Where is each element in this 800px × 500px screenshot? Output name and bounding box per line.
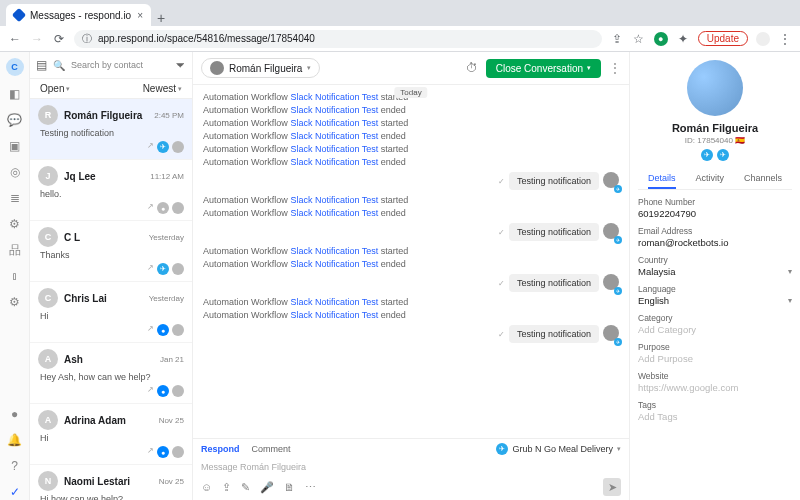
expand-icon[interactable]: ↗ <box>147 202 154 214</box>
category-input[interactable]: Add Category <box>638 324 792 335</box>
compose-tab-respond[interactable]: Respond <box>201 444 240 454</box>
tags-input[interactable]: Add Tags <box>638 411 792 422</box>
conversation-item[interactable]: NNaomi LestariNov 25Hi how can we help?↗… <box>30 465 192 500</box>
email-value[interactable]: roman@rocketbots.io <box>638 237 792 248</box>
messages-icon[interactable]: 💬 <box>7 112 23 128</box>
conversation-item[interactable]: AAshJan 21Hey Ash, how can we help?↗● <box>30 343 192 404</box>
extension-icon[interactable]: ● <box>654 32 668 46</box>
back-icon[interactable]: ← <box>8 32 22 46</box>
message-bubble: Testing notification <box>509 223 599 241</box>
sort-newest[interactable]: Newest▾ <box>143 83 182 94</box>
more-compose-icon[interactable]: ⋯ <box>305 481 316 494</box>
phone-value[interactable]: 60192204790 <box>638 208 792 219</box>
avatar: A <box>38 410 58 430</box>
org-icon[interactable]: 品 <box>7 242 23 258</box>
close-tab-icon[interactable]: × <box>137 10 143 21</box>
snooze-icon[interactable]: ⏱ <box>466 61 478 75</box>
broadcast-icon[interactable]: ◎ <box>7 164 23 180</box>
close-conversation-button[interactable]: Close Conversation▾ <box>486 59 601 78</box>
emoji-icon[interactable]: ☺ <box>201 481 212 493</box>
new-tab-button[interactable]: + <box>151 10 171 26</box>
system-message: Automation Workflow Slack Notification T… <box>203 131 619 141</box>
system-message: Automation Workflow Slack Notification T… <box>203 118 619 128</box>
reports-icon[interactable]: ⫾ <box>7 268 23 284</box>
channel-icon: ● <box>157 385 169 397</box>
system-message: Automation Workflow Slack Notification T… <box>203 105 619 115</box>
conv-time: Yesterday <box>149 233 184 242</box>
profile-avatar[interactable] <box>756 32 770 46</box>
notifications-icon[interactable]: 🔔 <box>7 432 23 448</box>
conv-time: 11:12 AM <box>150 172 184 181</box>
tab-channels[interactable]: Channels <box>744 169 782 189</box>
help-icon[interactable]: ? <box>7 458 23 474</box>
telegram-icon: ✈ <box>496 443 508 455</box>
contact-selector[interactable]: Román Filgueira ▾ <box>201 58 320 78</box>
website-value[interactable]: https://www.google.com <box>638 382 792 393</box>
conversation-item[interactable]: JJq Lee11:12 AMhello.↗● <box>30 160 192 221</box>
conv-preview: Hi <box>40 311 184 321</box>
extensions-icon[interactable]: ✦ <box>676 32 690 46</box>
country-value[interactable]: Malaysia▾ <box>638 266 792 277</box>
country-label: Country <box>638 255 792 265</box>
favicon <box>12 8 26 22</box>
reload-icon[interactable]: ⟳ <box>52 32 66 46</box>
channel-icon: ✈ <box>157 141 169 153</box>
send-button[interactable]: ➤ <box>603 478 621 496</box>
channel-telegram2-icon[interactable]: ✈ <box>717 149 729 161</box>
dashboard-icon[interactable]: ◧ <box>7 86 23 102</box>
phone-label: Phone Number <box>638 197 792 207</box>
workflow-icon[interactable]: ⚙ <box>7 216 23 232</box>
system-message: Automation Workflow Slack Notification T… <box>203 259 619 269</box>
channel-telegram-icon[interactable]: ✈ <box>701 149 713 161</box>
outgoing-message: ✓Testing notification✈ <box>203 223 619 241</box>
tab-activity[interactable]: Activity <box>695 169 724 189</box>
list-toggle-icon[interactable]: ▤ <box>36 58 47 72</box>
user-status-icon[interactable]: ● <box>7 406 23 422</box>
browser-tab[interactable]: Messages - respond.io × <box>6 4 151 26</box>
conversation-item[interactable]: AAdrina AdamNov 25Hi↗● <box>30 404 192 465</box>
snippet-icon[interactable]: ✎ <box>241 481 250 494</box>
avatar: A <box>38 349 58 369</box>
share-icon[interactable]: ⇪ <box>610 32 624 46</box>
system-message: Automation Workflow Slack Notification T… <box>203 208 619 218</box>
system-message: Automation Workflow Slack Notification T… <box>203 195 619 205</box>
compose-tab-comment[interactable]: Comment <box>252 444 291 454</box>
message-input[interactable]: Message Román Filgueira <box>201 459 621 475</box>
expand-icon[interactable]: ↗ <box>147 141 154 153</box>
conv-preview: Hey Ash, how can we help? <box>40 372 184 382</box>
conv-time: Nov 25 <box>159 477 184 486</box>
app-logo-icon: ✓ <box>7 484 23 500</box>
search-icon[interactable]: 🔍 <box>53 60 65 71</box>
bookmark-icon[interactable]: ☆ <box>632 32 646 46</box>
tab-details[interactable]: Details <box>648 169 676 189</box>
channel-selector[interactable]: ✈ Grub N Go Meal Delivery ▾ <box>496 443 621 455</box>
purpose-input[interactable]: Add Purpose <box>638 353 792 364</box>
language-value[interactable]: English▾ <box>638 295 792 306</box>
contacts-icon[interactable]: ▣ <box>7 138 23 154</box>
expand-icon[interactable]: ↗ <box>147 324 154 336</box>
workspace-avatar[interactable]: C <box>6 58 24 76</box>
conversation-item[interactable]: RRomán Filgueira2:45 PMTesting notificat… <box>30 99 192 160</box>
system-message: Automation Workflow Slack Notification T… <box>203 246 619 256</box>
assignee-avatar <box>172 385 184 397</box>
list-icon[interactable]: ≣ <box>7 190 23 206</box>
expand-icon[interactable]: ↗ <box>147 385 154 397</box>
filter-open[interactable]: Open▾ <box>40 83 70 94</box>
forward-icon[interactable]: → <box>30 32 44 46</box>
attach-icon[interactable]: ⇪ <box>222 481 231 494</box>
filter-icon[interactable]: ⏷ <box>175 59 186 71</box>
conversation-item[interactable]: CChris LaiYesterdayHi↗● <box>30 282 192 343</box>
conversation-item[interactable]: CC LYesterdayThanks↗✈ <box>30 221 192 282</box>
date-chip: Today <box>394 87 427 98</box>
expand-icon[interactable]: ↗ <box>147 263 154 275</box>
address-bar[interactable]: ⓘ app.respond.io/space/54816/message/178… <box>74 30 602 48</box>
search-input[interactable]: Search by contact <box>71 60 169 70</box>
conv-name: Román Filgueira <box>64 110 148 121</box>
file-icon[interactable]: 🗎 <box>284 481 295 493</box>
menu-icon[interactable]: ⋮ <box>778 32 792 46</box>
expand-icon[interactable]: ↗ <box>147 446 154 458</box>
settings-icon[interactable]: ⚙ <box>7 294 23 310</box>
voice-icon[interactable]: 🎤 <box>260 481 274 494</box>
update-button[interactable]: Update <box>698 31 748 46</box>
thread-menu-icon[interactable]: ⋮ <box>609 61 621 75</box>
